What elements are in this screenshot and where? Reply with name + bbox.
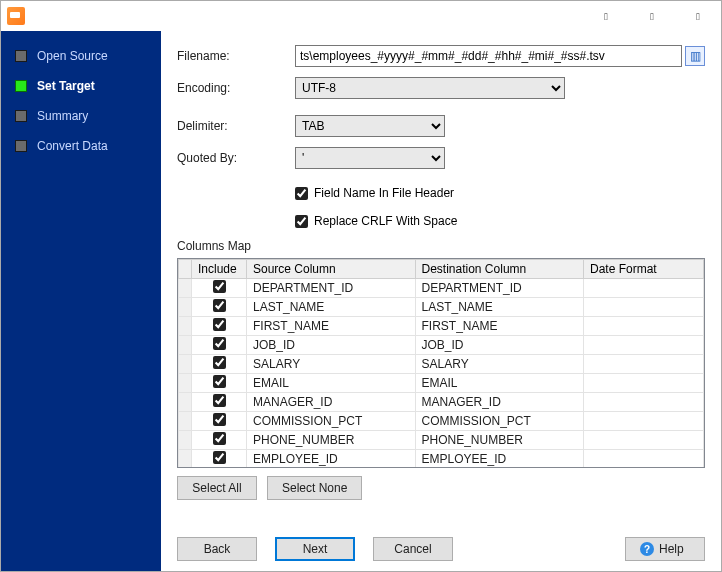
step-label: Convert Data [37,139,108,153]
include-checkbox[interactable] [213,280,226,293]
row-handle[interactable] [179,355,192,374]
include-checkbox[interactable] [213,451,226,464]
row-handle[interactable] [179,450,192,469]
step-indicator-icon [15,50,27,62]
row-handle[interactable] [179,431,192,450]
include-checkbox[interactable] [213,432,226,445]
source-column-cell[interactable]: JOB_ID [247,336,416,355]
step-label: Set Target [37,79,95,93]
include-checkbox[interactable] [213,356,226,369]
replace-crlf-checkbox[interactable] [295,215,308,228]
step-indicator-icon [15,110,27,122]
dest-column-cell[interactable]: DEPARTMENT_ID [415,279,584,298]
field-name-header-checkbox[interactable] [295,187,308,200]
titlebar:    [1,1,721,31]
date-format-cell[interactable] [584,393,704,412]
help-label: Help [659,542,684,556]
source-column-cell[interactable]: DEPARTMENT_ID [247,279,416,298]
quoted-by-select[interactable]: ' [295,147,445,169]
date-format-cell[interactable] [584,355,704,374]
select-none-button[interactable]: Select None [267,476,362,500]
dest-column-cell[interactable]: EMPLOYEE_ID [415,450,584,469]
minimize-button[interactable]:  [583,1,629,31]
wizard-content: Filename: ▥ Encoding: UTF-8 Delimiter: [161,31,721,571]
dest-column-cell[interactable]: LAST_NAME [415,298,584,317]
row-handle[interactable] [179,336,192,355]
dest-column-cell[interactable]: FIRST_NAME [415,317,584,336]
table-row[interactable]: LAST_NAMELAST_NAME [179,298,704,317]
date-format-cell[interactable] [584,412,704,431]
dest-column-cell[interactable]: JOB_ID [415,336,584,355]
dest-column-cell[interactable]: SALARY [415,355,584,374]
dest-column-cell[interactable]: EMAIL [415,374,584,393]
sidebar-step-2[interactable]: Summary [1,101,161,131]
date-format-cell[interactable] [584,279,704,298]
cancel-button[interactable]: Cancel [373,537,453,561]
wizard-sidebar: Open SourceSet TargetSummaryConvert Data [1,31,161,571]
filename-input[interactable] [295,45,682,67]
date-format-cell[interactable] [584,450,704,469]
row-handle[interactable] [179,374,192,393]
sidebar-step-1[interactable]: Set Target [1,71,161,101]
delimiter-select[interactable]: TAB [295,115,445,137]
table-row[interactable]: COMMISSION_PCTCOMMISSION_PCT [179,412,704,431]
table-row[interactable]: FIRST_NAMEFIRST_NAME [179,317,704,336]
step-indicator-icon [15,140,27,152]
dest-column-cell[interactable]: COMMISSION_PCT [415,412,584,431]
table-row[interactable]: MANAGER_IDMANAGER_ID [179,393,704,412]
folder-icon: ▥ [690,49,701,63]
maximize-button[interactable]:  [629,1,675,31]
table-row[interactable]: SALARYSALARY [179,355,704,374]
browse-button[interactable]: ▥ [685,46,705,66]
table-row[interactable]: DEPARTMENT_IDDEPARTMENT_ID [179,279,704,298]
date-format-cell[interactable] [584,336,704,355]
columns-table[interactable]: Include Source Column Destination Column… [177,258,705,468]
date-format-cell[interactable] [584,374,704,393]
table-row[interactable]: JOB_IDJOB_ID [179,336,704,355]
table-row[interactable]: PHONE_NUMBERPHONE_NUMBER [179,431,704,450]
table-row[interactable]: EMAILEMAIL [179,374,704,393]
close-button[interactable]:  [675,1,721,31]
source-column-cell[interactable]: COMMISSION_PCT [247,412,416,431]
source-column-cell[interactable]: EMAIL [247,374,416,393]
field-name-header-label: Field Name In File Header [314,186,454,200]
include-checkbox[interactable] [213,375,226,388]
date-format-cell[interactable] [584,317,704,336]
sidebar-step-3[interactable]: Convert Data [1,131,161,161]
source-column-cell[interactable]: PHONE_NUMBER [247,431,416,450]
include-checkbox[interactable] [213,299,226,312]
col-include-header[interactable]: Include [192,260,247,279]
include-checkbox[interactable] [213,394,226,407]
select-all-button[interactable]: Select All [177,476,257,500]
back-button[interactable]: Back [177,537,257,561]
source-column-cell[interactable]: SALARY [247,355,416,374]
encoding-select[interactable]: UTF-8 [295,77,565,99]
source-column-cell[interactable]: MANAGER_ID [247,393,416,412]
date-format-cell[interactable] [584,431,704,450]
dest-column-cell[interactable]: MANAGER_ID [415,393,584,412]
replace-crlf-label: Replace CRLF With Space [314,214,457,228]
col-dest-header[interactable]: Destination Column [415,260,584,279]
row-handle[interactable] [179,298,192,317]
date-format-cell[interactable] [584,298,704,317]
step-label: Summary [37,109,88,123]
encoding-label: Encoding: [177,81,295,95]
source-column-cell[interactable]: LAST_NAME [247,298,416,317]
source-column-cell[interactable]: EMPLOYEE_ID [247,450,416,469]
include-checkbox[interactable] [213,318,226,331]
help-button[interactable]: ? Help [625,537,705,561]
row-handle[interactable] [179,279,192,298]
row-handle[interactable] [179,317,192,336]
sidebar-step-0[interactable]: Open Source [1,41,161,71]
row-handle[interactable] [179,393,192,412]
col-source-header[interactable]: Source Column [247,260,416,279]
dest-column-cell[interactable]: PHONE_NUMBER [415,431,584,450]
row-handle[interactable] [179,412,192,431]
source-column-cell[interactable]: FIRST_NAME [247,317,416,336]
next-button[interactable]: Next [275,537,355,561]
table-row[interactable]: EMPLOYEE_IDEMPLOYEE_ID [179,450,704,469]
include-checkbox[interactable] [213,413,226,426]
include-checkbox[interactable] [213,337,226,350]
col-date-header[interactable]: Date Format [584,260,704,279]
app-icon [7,7,25,25]
